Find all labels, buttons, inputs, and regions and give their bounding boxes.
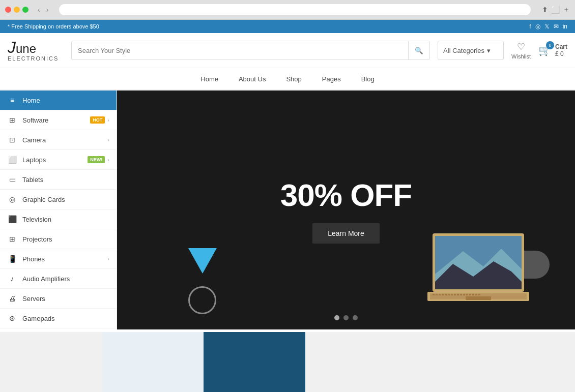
sidebar-tablets-label: Tablets xyxy=(22,176,109,184)
learn-more-button[interactable]: Learn More xyxy=(312,223,380,244)
sidebar-item-laptops[interactable]: ⬜ Laptops NEW! › xyxy=(0,150,117,170)
sidebar-item-software[interactable]: ⊞ Software HOT › xyxy=(0,110,117,130)
svg-rect-10 xyxy=(442,294,444,295)
search-input[interactable] xyxy=(72,41,408,59)
logo-rest: une xyxy=(16,42,36,55)
sidebar-laptops-label: Laptops xyxy=(22,156,88,164)
logo-subtitle: Electronics xyxy=(8,55,59,62)
category-dropdown[interactable]: All Categories ▾ xyxy=(438,41,504,60)
url-bar[interactable] xyxy=(59,4,531,15)
svg-rect-14 xyxy=(454,294,456,295)
product-card-3[interactable] xyxy=(204,332,305,392)
chevron-down-icon: ▾ xyxy=(487,47,491,54)
sidebar-projectors-label: Projectors xyxy=(22,235,109,243)
forward-button[interactable]: › xyxy=(44,5,51,15)
hero-dot-3[interactable] xyxy=(353,315,358,320)
sidebar-item-tablets[interactable]: ▭ Tablets xyxy=(0,170,117,190)
header: June Electronics 🔍 All Categories ▾ ♡ Wi… xyxy=(0,33,575,68)
nav-blog[interactable]: Blog xyxy=(359,70,377,88)
svg-rect-13 xyxy=(451,294,453,295)
svg-rect-16 xyxy=(460,294,462,295)
chevron-right-icon: › xyxy=(107,137,109,143)
header-actions: ♡ Wishlist 🛒 0 Cart £ 0 xyxy=(511,41,567,59)
tabs-icon[interactable]: ⬜ xyxy=(551,5,560,14)
sidebar-home-label: Home xyxy=(22,97,109,104)
laptop-svg xyxy=(422,231,534,312)
search-bar: 🔍 xyxy=(71,41,430,60)
logo[interactable]: June Electronics xyxy=(8,39,64,62)
facebook-icon[interactable]: f xyxy=(529,23,531,30)
logo-text: June xyxy=(8,39,36,55)
audio-icon: ♪ xyxy=(7,275,17,283)
nav-pages[interactable]: Pages xyxy=(320,70,343,88)
graphic-cards-icon: ◎ xyxy=(7,195,17,203)
main-content: ≡ Home ⊞ Software HOT › ⊡ Camera › ⬜ Lap… xyxy=(0,91,575,329)
sidebar-item-graphic-cards[interactable]: ◎ Graphic Cards xyxy=(0,190,117,209)
sidebar-item-camera[interactable]: ⊡ Camera › xyxy=(0,130,117,150)
sidebar-item-gamepads[interactable]: ⊛ Gamepads xyxy=(0,309,117,328)
category-label: All Categories xyxy=(443,47,484,54)
nav-shop[interactable]: Shop xyxy=(283,70,304,88)
hero-title: 30% OFF xyxy=(280,177,412,213)
heart-icon: ♡ xyxy=(517,41,525,52)
projector-icon: ⊞ xyxy=(7,235,17,243)
svg-rect-18 xyxy=(466,294,468,295)
chevron-right-icon: › xyxy=(107,256,109,262)
linkedin-icon[interactable]: in xyxy=(563,23,567,30)
wishlist-button[interactable]: ♡ Wishlist xyxy=(511,41,531,59)
product-card-1[interactable] xyxy=(0,332,102,392)
nav-home[interactable]: Home xyxy=(198,70,221,88)
minimize-button[interactable] xyxy=(14,7,20,13)
search-button[interactable]: 🔍 xyxy=(408,41,429,59)
wishlist-label: Wishlist xyxy=(511,53,531,59)
sidebar-audio-label: Audio Amplifiers xyxy=(22,275,109,283)
product-card-2[interactable] xyxy=(102,332,204,392)
add-tab-icon[interactable]: ＋ xyxy=(563,5,570,14)
traffic-lights xyxy=(5,7,28,13)
gamepad-icon: ⊛ xyxy=(7,314,17,322)
svg-rect-21 xyxy=(475,294,477,295)
hot-badge: HOT xyxy=(90,116,105,124)
social-links: f ◎ 𝕏 ✉ in xyxy=(529,23,567,30)
sidebar-item-servers[interactable]: 🖨 Servers xyxy=(0,289,117,309)
cart-button[interactable]: 🛒 0 Cart £ 0 xyxy=(538,43,567,57)
chevron-right-icon: › xyxy=(107,157,109,163)
hero-content: 30% OFF Learn More xyxy=(280,177,412,244)
nav-about[interactable]: About Us xyxy=(236,70,268,88)
sidebar-camera-label: Camera xyxy=(22,136,107,144)
svg-rect-12 xyxy=(448,294,450,295)
twitter-icon[interactable]: 𝕏 xyxy=(544,23,550,30)
cart-info: Cart £ 0 xyxy=(555,43,567,57)
close-button[interactable] xyxy=(5,7,11,13)
svg-rect-7 xyxy=(433,294,435,295)
hero-dots xyxy=(334,315,358,320)
instagram-icon[interactable]: ◎ xyxy=(535,23,540,30)
chevron-right-icon: › xyxy=(107,117,109,123)
share-icon[interactable]: ⬆ xyxy=(542,5,548,14)
sidebar-item-projectors[interactable]: ⊞ Projectors xyxy=(0,229,117,249)
maximize-button[interactable] xyxy=(22,7,28,13)
svg-rect-17 xyxy=(463,294,465,295)
phone-icon: 📱 xyxy=(7,255,17,263)
sidebar-item-audio-amplifiers[interactable]: ♪ Audio Amplifiers xyxy=(0,269,117,289)
sidebar-item-phones[interactable]: 📱 Phones › xyxy=(0,249,117,269)
triangle-shape xyxy=(188,248,217,274)
sidebar-item-television[interactable]: ⬛ Television xyxy=(0,209,117,229)
hero-dot-1[interactable] xyxy=(334,315,339,320)
svg-rect-19 xyxy=(469,294,471,295)
shipping-text: * Free Shipping on orders above $50 xyxy=(8,23,99,29)
hero-banner: 30% OFF Learn More xyxy=(117,91,575,329)
hamburger-icon: ≡ xyxy=(7,96,17,104)
server-icon: 🖨 xyxy=(7,294,17,303)
sidebar-item-home[interactable]: ≡ Home xyxy=(0,91,117,110)
hero-dot-2[interactable] xyxy=(343,315,349,320)
site-wrapper: * Free Shipping on orders above $50 f ◎ … xyxy=(0,20,575,392)
top-bar: * Free Shipping on orders above $50 f ◎ … xyxy=(0,20,575,33)
sidebar-phones-label: Phones xyxy=(22,255,107,263)
svg-rect-22 xyxy=(478,294,480,295)
back-button[interactable]: ‹ xyxy=(35,5,43,15)
laptop-image xyxy=(422,231,524,314)
svg-rect-8 xyxy=(436,294,438,295)
software-icon: ⊞ xyxy=(7,116,17,124)
email-icon[interactable]: ✉ xyxy=(554,23,559,30)
